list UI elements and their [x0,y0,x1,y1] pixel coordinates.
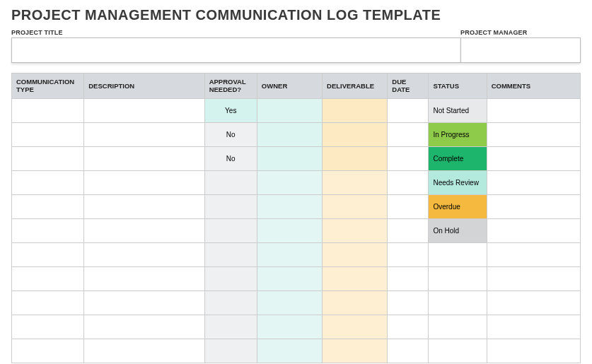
col-header-type: COMMUNICATION TYPE [12,74,84,99]
cell-comments[interactable] [487,290,580,315]
cell-description[interactable] [84,290,204,315]
cell-deliverable[interactable] [323,122,388,146]
cell-comments[interactable] [487,98,580,122]
cell-description[interactable] [84,98,204,122]
cell-status[interactable] [429,290,487,315]
cell-deliverable[interactable] [323,339,388,363]
table-row [12,290,581,315]
cell-owner[interactable] [257,194,322,218]
cell-deliverable[interactable] [323,242,388,266]
cell-status[interactable] [429,242,487,266]
cell-type[interactable] [12,339,84,363]
cell-approval[interactable]: Yes [204,98,257,122]
cell-due[interactable] [388,194,429,218]
cell-deliverable[interactable] [323,315,388,339]
project-manager-label: PROJECT MANAGER [460,29,581,36]
cell-description[interactable] [84,242,204,266]
cell-status[interactable]: Needs Review [429,170,487,194]
cell-owner[interactable] [257,170,322,194]
cell-comments[interactable] [487,266,580,290]
cell-due[interactable] [388,146,429,170]
cell-approval[interactable] [204,290,257,315]
cell-status[interactable] [429,339,487,363]
cell-owner[interactable] [257,290,322,315]
cell-approval[interactable] [204,315,257,339]
cell-type[interactable] [12,242,84,266]
cell-owner[interactable] [257,98,322,122]
cell-status[interactable]: In Progress [429,122,487,146]
cell-approval[interactable] [204,218,257,242]
cell-owner[interactable] [257,266,322,290]
cell-approval[interactable] [204,242,257,266]
cell-deliverable[interactable] [323,170,388,194]
col-header-status: STATUS [429,74,487,99]
table-row [12,266,581,290]
cell-status[interactable]: Complete [429,146,487,170]
cell-description[interactable] [84,194,204,218]
cell-approval[interactable]: No [204,146,257,170]
cell-type[interactable] [12,194,84,218]
cell-owner[interactable] [257,339,322,363]
cell-deliverable[interactable] [323,194,388,218]
table-row: NoIn Progress [12,122,581,146]
project-title-input[interactable] [11,37,460,63]
cell-comments[interactable] [487,170,580,194]
cell-type[interactable] [12,290,84,315]
cell-description[interactable] [84,315,204,339]
cell-deliverable[interactable] [323,218,388,242]
cell-description[interactable] [84,170,204,194]
col-header-description: DESCRIPTION [84,74,204,99]
cell-description[interactable] [84,266,204,290]
cell-description[interactable] [84,122,204,146]
col-header-due: DUE DATE [388,74,429,99]
cell-deliverable[interactable] [323,98,388,122]
cell-type[interactable] [12,170,84,194]
cell-type[interactable] [12,315,84,339]
cell-approval[interactable] [204,266,257,290]
cell-status[interactable]: Overdue [429,194,487,218]
meta-row: PROJECT TITLE PROJECT MANAGER [11,29,581,63]
cell-approval[interactable] [204,170,257,194]
cell-due[interactable] [388,122,429,146]
cell-due[interactable] [388,242,429,266]
cell-due[interactable] [388,98,429,122]
cell-owner[interactable] [257,242,322,266]
cell-owner[interactable] [257,218,322,242]
project-manager-field: PROJECT MANAGER [460,29,581,63]
cell-type[interactable] [12,266,84,290]
cell-status[interactable]: Not Started [429,98,487,122]
cell-owner[interactable] [257,315,322,339]
cell-comments[interactable] [487,194,580,218]
cell-deliverable[interactable] [323,290,388,315]
cell-type[interactable] [12,218,84,242]
cell-approval[interactable] [204,339,257,363]
cell-status[interactable]: On Hold [429,218,487,242]
cell-type[interactable] [12,98,84,122]
cell-approval[interactable] [204,194,257,218]
cell-due[interactable] [388,290,429,315]
cell-owner[interactable] [257,122,322,146]
cell-description[interactable] [84,146,204,170]
cell-comments[interactable] [487,122,580,146]
cell-comments[interactable] [487,146,580,170]
cell-type[interactable] [12,146,84,170]
cell-deliverable[interactable] [323,266,388,290]
cell-description[interactable] [84,218,204,242]
cell-comments[interactable] [487,339,580,363]
cell-owner[interactable] [257,146,322,170]
cell-comments[interactable] [487,242,580,266]
cell-due[interactable] [388,266,429,290]
cell-description[interactable] [84,339,204,363]
cell-type[interactable] [12,122,84,146]
cell-deliverable[interactable] [323,146,388,170]
cell-due[interactable] [388,315,429,339]
project-manager-input[interactable] [460,37,581,63]
cell-due[interactable] [388,339,429,363]
cell-status[interactable] [429,315,487,339]
cell-due[interactable] [388,170,429,194]
cell-comments[interactable] [487,218,580,242]
cell-approval[interactable]: No [204,122,257,146]
cell-comments[interactable] [487,315,580,339]
cell-due[interactable] [388,218,429,242]
cell-status[interactable] [429,266,487,290]
